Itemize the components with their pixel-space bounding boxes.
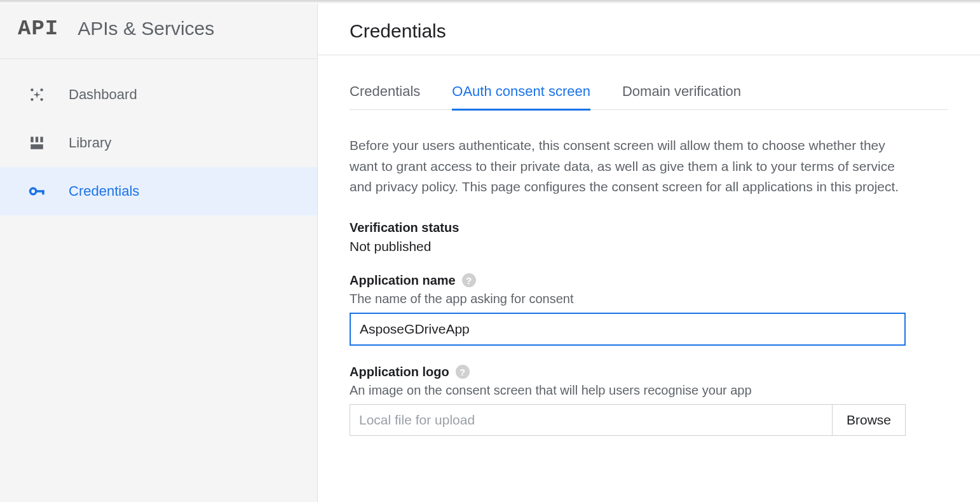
tab-oauth-consent[interactable]: OAuth consent screen bbox=[452, 74, 590, 111]
sidebar-item-dashboard[interactable]: Dashboard bbox=[0, 71, 317, 119]
verification-status-value: Not published bbox=[350, 239, 948, 254]
svg-rect-6 bbox=[40, 137, 43, 142]
sidebar: API APIs & Services Dashboard bbox=[0, 4, 318, 502]
application-name-block: Application name ? The name of the app a… bbox=[350, 273, 948, 346]
content-area: Credentials OAuth consent screen Domain … bbox=[318, 55, 980, 455]
key-icon bbox=[28, 182, 46, 200]
application-logo-file-row: Browse bbox=[350, 404, 906, 436]
sidebar-title: APIs & Services bbox=[78, 18, 214, 39]
sidebar-item-label: Credentials bbox=[69, 183, 139, 200]
svg-rect-7 bbox=[31, 144, 43, 149]
dashboard-icon bbox=[28, 86, 46, 104]
page-title: Credentials bbox=[350, 20, 948, 42]
browse-button[interactable]: Browse bbox=[832, 404, 906, 436]
api-logo: API bbox=[18, 17, 58, 41]
svg-rect-10 bbox=[42, 190, 44, 194]
sidebar-item-credentials[interactable]: Credentials bbox=[0, 167, 317, 215]
verification-status-label: Verification status bbox=[350, 220, 948, 235]
application-logo-helper: An image on the consent screen that will… bbox=[350, 383, 948, 398]
svg-point-8 bbox=[31, 188, 36, 194]
application-name-label-text: Application name bbox=[350, 273, 456, 288]
sidebar-nav: Dashboard Library bbox=[0, 59, 317, 215]
application-logo-label-text: Application logo bbox=[350, 365, 449, 379]
application-logo-label: Application logo ? bbox=[350, 365, 948, 379]
intro-text: Before your users authenticate, this con… bbox=[350, 135, 909, 198]
library-icon bbox=[28, 134, 46, 152]
svg-point-2 bbox=[31, 98, 33, 100]
svg-rect-4 bbox=[31, 137, 33, 142]
application-logo-block: Application logo ? An image on the conse… bbox=[350, 365, 948, 436]
sidebar-item-library[interactable]: Library bbox=[0, 119, 317, 167]
app-container: API APIs & Services Dashboard bbox=[0, 4, 980, 502]
svg-point-0 bbox=[31, 88, 33, 91]
sidebar-item-label: Library bbox=[69, 135, 111, 151]
help-icon[interactable]: ? bbox=[456, 365, 470, 379]
help-icon[interactable]: ? bbox=[462, 273, 476, 287]
application-logo-file-input[interactable] bbox=[350, 404, 832, 436]
application-name-helper: The name of the app asking for consent bbox=[350, 292, 948, 306]
main-header: Credentials bbox=[318, 4, 980, 55]
tab-bar: Credentials OAuth consent screen Domain … bbox=[350, 74, 948, 110]
sidebar-item-label: Dashboard bbox=[69, 86, 137, 103]
verification-status-label-text: Verification status bbox=[350, 220, 459, 235]
verification-status-block: Verification status Not published bbox=[350, 220, 948, 254]
svg-point-3 bbox=[40, 98, 43, 100]
application-name-input[interactable] bbox=[350, 313, 906, 346]
tab-domain-verification[interactable]: Domain verification bbox=[622, 74, 741, 111]
svg-rect-5 bbox=[36, 137, 38, 142]
sidebar-header: API APIs & Services bbox=[0, 4, 317, 59]
svg-point-1 bbox=[40, 88, 43, 91]
main-content: Credentials Credentials OAuth consent sc… bbox=[318, 4, 980, 502]
tab-credentials[interactable]: Credentials bbox=[350, 74, 420, 111]
application-name-label: Application name ? bbox=[350, 273, 948, 288]
